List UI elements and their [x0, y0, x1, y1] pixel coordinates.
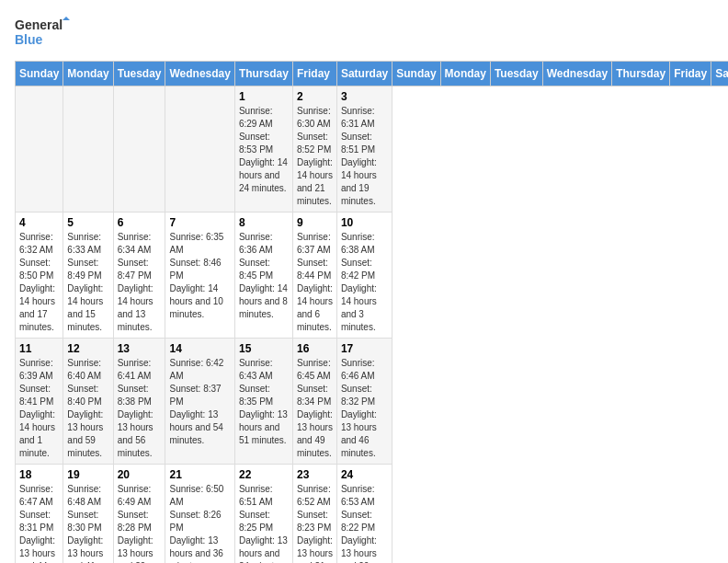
day-number: 20 — [118, 468, 162, 481]
day-info: Sunrise: 6:42 AM Sunset: 8:37 PM Dayligh… — [169, 357, 230, 447]
calendar-cell: 20Sunrise: 6:49 AM Sunset: 8:28 PM Dayli… — [113, 465, 165, 564]
day-info: Sunrise: 6:33 AM Sunset: 8:49 PM Dayligh… — [67, 231, 108, 334]
calendar-cell — [113, 86, 165, 213]
col-header-sunday: Sunday — [392, 62, 440, 86]
calendar-cell — [165, 86, 234, 213]
calendar-cell: 9Sunrise: 6:37 AM Sunset: 8:44 PM Daylig… — [292, 213, 336, 339]
day-info: Sunrise: 6:49 AM Sunset: 8:28 PM Dayligh… — [118, 483, 162, 563]
calendar-cell: 2Sunrise: 6:30 AM Sunset: 8:52 PM Daylig… — [292, 86, 336, 213]
svg-text:General: General — [15, 17, 63, 32]
day-number: 6 — [118, 216, 162, 229]
calendar-table: SundayMondayTuesdayWednesdayThursdayFrid… — [15, 61, 728, 563]
day-info: Sunrise: 6:52 AM Sunset: 8:23 PM Dayligh… — [297, 483, 333, 563]
calendar-cell: 19Sunrise: 6:48 AM Sunset: 8:30 PM Dayli… — [63, 465, 113, 564]
day-info: Sunrise: 6:47 AM Sunset: 8:31 PM Dayligh… — [19, 483, 59, 563]
calendar-week-row: 18Sunrise: 6:47 AM Sunset: 8:31 PM Dayli… — [16, 465, 729, 564]
day-info: Sunrise: 6:32 AM Sunset: 8:50 PM Dayligh… — [19, 231, 59, 334]
day-number: 16 — [297, 342, 333, 355]
calendar-cell — [16, 86, 63, 213]
day-info: Sunrise: 6:39 AM Sunset: 8:41 PM Dayligh… — [19, 357, 59, 460]
day-info: Sunrise: 6:34 AM Sunset: 8:47 PM Dayligh… — [118, 231, 162, 334]
calendar-cell: 13Sunrise: 6:41 AM Sunset: 8:38 PM Dayli… — [113, 339, 165, 465]
day-number: 22 — [239, 468, 289, 481]
col-header-tuesday: Tuesday — [113, 62, 165, 86]
day-info: Sunrise: 6:35 AM Sunset: 8:46 PM Dayligh… — [169, 231, 230, 321]
day-number: 11 — [19, 342, 59, 355]
calendar-cell: 24Sunrise: 6:53 AM Sunset: 8:22 PM Dayli… — [336, 465, 392, 564]
calendar-cell: 22Sunrise: 6:51 AM Sunset: 8:25 PM Dayli… — [234, 465, 292, 564]
col-header-thursday: Thursday — [234, 62, 292, 86]
day-number: 8 — [239, 216, 289, 229]
day-info: Sunrise: 6:31 AM Sunset: 8:51 PM Dayligh… — [341, 105, 388, 208]
col-header-saturday: Saturday — [711, 62, 728, 86]
calendar-cell: 5Sunrise: 6:33 AM Sunset: 8:49 PM Daylig… — [63, 213, 113, 339]
day-number: 18 — [19, 468, 59, 481]
day-info: Sunrise: 6:40 AM Sunset: 8:40 PM Dayligh… — [67, 357, 108, 460]
day-info: Sunrise: 6:45 AM Sunset: 8:34 PM Dayligh… — [297, 357, 333, 460]
col-header-friday: Friday — [670, 62, 711, 86]
calendar-cell: 17Sunrise: 6:46 AM Sunset: 8:32 PM Dayli… — [336, 339, 392, 465]
col-header-wednesday: Wednesday — [165, 62, 234, 86]
day-number: 3 — [341, 90, 388, 103]
col-header-monday: Monday — [440, 62, 490, 86]
page-header: General Blue — [15, 15, 713, 52]
calendar-cell: 1Sunrise: 6:29 AM Sunset: 8:53 PM Daylig… — [234, 86, 292, 213]
day-info: Sunrise: 6:48 AM Sunset: 8:30 PM Dayligh… — [67, 483, 108, 563]
day-number: 1 — [239, 90, 289, 103]
day-info: Sunrise: 6:50 AM Sunset: 8:26 PM Dayligh… — [169, 483, 230, 563]
day-info: Sunrise: 6:38 AM Sunset: 8:42 PM Dayligh… — [341, 231, 388, 334]
calendar-cell: 12Sunrise: 6:40 AM Sunset: 8:40 PM Dayli… — [63, 339, 113, 465]
day-number: 13 — [118, 342, 162, 355]
day-info: Sunrise: 6:30 AM Sunset: 8:52 PM Dayligh… — [297, 105, 333, 208]
calendar-cell: 16Sunrise: 6:45 AM Sunset: 8:34 PM Dayli… — [292, 339, 336, 465]
col-header-tuesday: Tuesday — [490, 62, 542, 86]
calendar-cell: 4Sunrise: 6:32 AM Sunset: 8:50 PM Daylig… — [16, 213, 63, 339]
day-number: 5 — [67, 216, 108, 229]
day-number: 14 — [169, 342, 230, 355]
calendar-cell: 11Sunrise: 6:39 AM Sunset: 8:41 PM Dayli… — [16, 339, 63, 465]
day-number: 19 — [67, 468, 108, 481]
calendar-cell: 8Sunrise: 6:36 AM Sunset: 8:45 PM Daylig… — [234, 213, 292, 339]
day-number: 7 — [169, 216, 230, 229]
logo-svg: General Blue — [15, 15, 70, 52]
day-number: 9 — [297, 216, 333, 229]
col-header-monday: Monday — [63, 62, 113, 86]
day-number: 23 — [297, 468, 333, 481]
calendar-header-row: SundayMondayTuesdayWednesdayThursdayFrid… — [16, 62, 729, 86]
day-number: 21 — [169, 468, 230, 481]
day-info: Sunrise: 6:53 AM Sunset: 8:22 PM Dayligh… — [341, 483, 388, 563]
day-info: Sunrise: 6:51 AM Sunset: 8:25 PM Dayligh… — [239, 483, 289, 563]
svg-text:Blue: Blue — [15, 32, 43, 47]
logo: General Blue — [15, 15, 70, 52]
day-info: Sunrise: 6:37 AM Sunset: 8:44 PM Dayligh… — [297, 231, 333, 334]
calendar-cell: 15Sunrise: 6:43 AM Sunset: 8:35 PM Dayli… — [234, 339, 292, 465]
col-header-thursday: Thursday — [612, 62, 670, 86]
calendar-week-row: 4Sunrise: 6:32 AM Sunset: 8:50 PM Daylig… — [16, 213, 729, 339]
day-info: Sunrise: 6:29 AM Sunset: 8:53 PM Dayligh… — [239, 105, 289, 195]
calendar-cell: 6Sunrise: 6:34 AM Sunset: 8:47 PM Daylig… — [113, 213, 165, 339]
day-number: 24 — [341, 468, 388, 481]
calendar-cell: 23Sunrise: 6:52 AM Sunset: 8:23 PM Dayli… — [292, 465, 336, 564]
calendar-cell: 7Sunrise: 6:35 AM Sunset: 8:46 PM Daylig… — [165, 213, 234, 339]
calendar-cell: 21Sunrise: 6:50 AM Sunset: 8:26 PM Dayli… — [165, 465, 234, 564]
calendar-cell: 10Sunrise: 6:38 AM Sunset: 8:42 PM Dayli… — [336, 213, 392, 339]
day-number: 17 — [341, 342, 388, 355]
col-header-friday: Friday — [292, 62, 336, 86]
col-header-saturday: Saturday — [336, 62, 392, 86]
calendar-cell: 14Sunrise: 6:42 AM Sunset: 8:37 PM Dayli… — [165, 339, 234, 465]
col-header-sunday: Sunday — [16, 62, 63, 86]
day-number: 10 — [341, 216, 388, 229]
day-info: Sunrise: 6:43 AM Sunset: 8:35 PM Dayligh… — [239, 357, 289, 447]
day-info: Sunrise: 6:46 AM Sunset: 8:32 PM Dayligh… — [341, 357, 388, 460]
calendar-cell: 18Sunrise: 6:47 AM Sunset: 8:31 PM Dayli… — [16, 465, 63, 564]
day-info: Sunrise: 6:36 AM Sunset: 8:45 PM Dayligh… — [239, 231, 289, 321]
svg-marker-2 — [63, 17, 70, 20]
calendar-cell: 3Sunrise: 6:31 AM Sunset: 8:51 PM Daylig… — [336, 86, 392, 213]
calendar-cell — [63, 86, 113, 213]
day-number: 4 — [19, 216, 59, 229]
day-number: 2 — [297, 90, 333, 103]
calendar-week-row: 1Sunrise: 6:29 AM Sunset: 8:53 PM Daylig… — [16, 86, 729, 213]
day-number: 12 — [67, 342, 108, 355]
day-info: Sunrise: 6:41 AM Sunset: 8:38 PM Dayligh… — [118, 357, 162, 460]
col-header-wednesday: Wednesday — [542, 62, 611, 86]
